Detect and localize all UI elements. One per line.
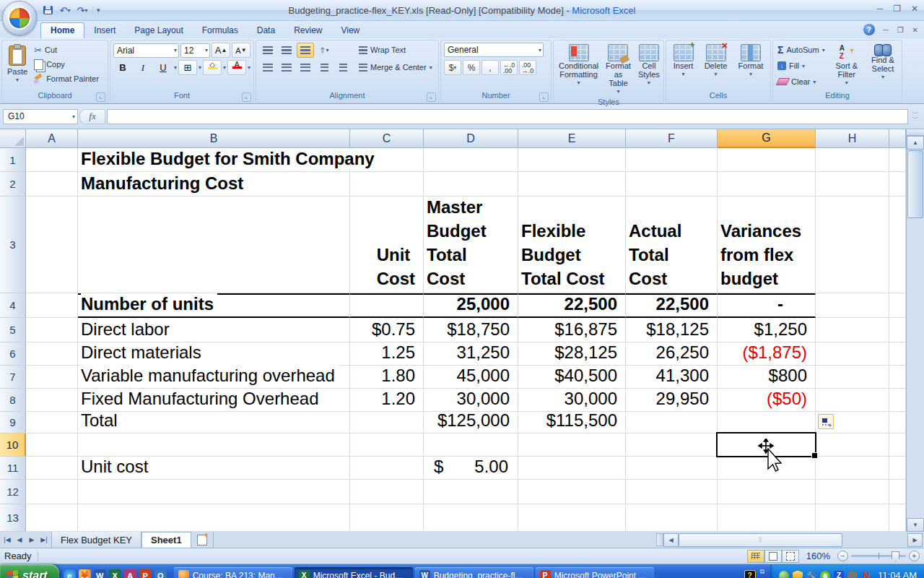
- cell-H5[interactable]: [816, 318, 889, 342]
- fill-handle[interactable]: [811, 452, 818, 459]
- excel-icon[interactable]: X: [109, 569, 121, 578]
- normal-view-button[interactable]: [747, 550, 764, 563]
- cell-x5[interactable]: [889, 318, 906, 342]
- cell-B7[interactable]: Variable manufacturing overhead: [78, 366, 350, 389]
- cell-C10[interactable]: [350, 434, 424, 457]
- shrink-font-button[interactable]: A▼: [232, 43, 250, 58]
- grow-font-button[interactable]: A▲: [212, 43, 230, 58]
- prev-sheet-button[interactable]: ◀: [14, 536, 25, 543]
- task-word[interactable]: WBudgeting_practice-fl...: [415, 567, 533, 578]
- number-format-select[interactable]: General▾: [444, 43, 544, 57]
- cell-A9[interactable]: [26, 412, 78, 434]
- column-header-E[interactable]: E: [518, 129, 626, 148]
- accounting-format-button[interactable]: $▾: [444, 60, 461, 75]
- tray-audio-icon[interactable]: [847, 571, 858, 578]
- cell-A8[interactable]: [26, 389, 78, 412]
- cell-G1[interactable]: [718, 148, 816, 172]
- column-header-C[interactable]: C: [350, 129, 424, 148]
- cell-A11[interactable]: [26, 457, 78, 480]
- merge-center-button[interactable]: Merge & Center▾: [357, 60, 434, 74]
- vertical-scroll-track[interactable]: [907, 219, 924, 518]
- cell-F2[interactable]: [626, 172, 718, 197]
- cell-G13[interactable]: [718, 504, 816, 532]
- increase-decimal-button[interactable]: ←.0.00: [500, 60, 518, 75]
- cell-E7[interactable]: $40,500: [518, 366, 626, 389]
- outlook-icon[interactable]: O: [154, 569, 167, 578]
- cell-E13[interactable]: [518, 504, 626, 532]
- bold-button[interactable]: B: [113, 60, 132, 75]
- cell-styles-button[interactable]: Cell Styles▾: [636, 43, 662, 98]
- cell-H12[interactable]: [816, 480, 889, 504]
- percent-style-button[interactable]: %: [463, 60, 480, 75]
- cell-x8[interactable]: [889, 389, 906, 412]
- font-dialog-launcher[interactable]: ⌞: [242, 92, 251, 102]
- paste-button[interactable]: Paste▾: [5, 43, 30, 91]
- office-button[interactable]: [2, 1, 37, 35]
- cell-E4[interactable]: 22,500: [518, 293, 626, 318]
- cell-F13[interactable]: [626, 504, 718, 532]
- cell-x4[interactable]: [889, 293, 906, 318]
- cell-E3[interactable]: Flexible Budget Total Cost: [518, 197, 626, 293]
- cell-x6[interactable]: [889, 342, 906, 366]
- select-all-corner[interactable]: [0, 129, 26, 148]
- font-size-select[interactable]: 12▾: [180, 43, 210, 58]
- zoom-slider-track[interactable]: [851, 555, 906, 557]
- horizontal-scroll-track[interactable]: [842, 534, 907, 546]
- cell-C8[interactable]: 1.20: [350, 389, 424, 412]
- internet-explorer-icon[interactable]: e: [64, 569, 76, 578]
- cell-B4[interactable]: Number of units: [78, 293, 350, 318]
- font-family-select[interactable]: Arial▾: [113, 43, 179, 58]
- cell-F4[interactable]: 22,500: [626, 293, 718, 318]
- copy-button[interactable]: Copy: [32, 57, 100, 72]
- tab-home[interactable]: Home: [40, 22, 84, 38]
- cell-G9[interactable]: [718, 412, 816, 434]
- cell-A4[interactable]: [26, 293, 78, 318]
- cell-E6[interactable]: $28,125: [518, 342, 626, 366]
- column-header-A[interactable]: A: [26, 129, 78, 148]
- workbook-close-button[interactable]: ✕: [912, 26, 918, 34]
- cell-E11[interactable]: [518, 457, 626, 480]
- cell-C3[interactable]: Unit Cost: [350, 197, 424, 293]
- row-header-9[interactable]: 9: [0, 412, 26, 434]
- underline-button[interactable]: U: [154, 60, 173, 75]
- tab-review[interactable]: Review: [284, 23, 331, 38]
- column-header-G[interactable]: G: [718, 129, 816, 148]
- horizontal-scroll-thumb[interactable]: ⣿: [679, 533, 842, 547]
- workbook-restore-button[interactable]: ❐: [897, 26, 904, 34]
- cell-G2[interactable]: [718, 172, 816, 197]
- hide-icons-chevron[interactable]: ⧉▾: [760, 568, 764, 578]
- row-header-8[interactable]: 8: [0, 389, 26, 412]
- cell-D10[interactable]: [424, 434, 518, 457]
- word-icon[interactable]: W: [94, 569, 106, 578]
- cell-E10[interactable]: [518, 434, 626, 457]
- task-powerpoint[interactable]: PMicrosoft PowerPoint ...: [536, 567, 654, 578]
- cell-H10[interactable]: [816, 434, 889, 457]
- comma-style-button[interactable]: ,: [481, 60, 499, 75]
- underline-dropdown[interactable]: ▾: [174, 64, 177, 71]
- row-header-5[interactable]: 5: [0, 318, 26, 342]
- firefox-icon[interactable]: 🦊: [79, 569, 91, 578]
- tray-tools-icon[interactable]: 🔧: [806, 571, 816, 578]
- format-as-table-button[interactable]: Format as Table▾: [603, 43, 633, 98]
- cell-E9[interactable]: $115,500: [518, 412, 626, 434]
- cell-A13[interactable]: [26, 504, 78, 532]
- align-left-button[interactable]: [259, 60, 276, 75]
- page-break-view-button[interactable]: [782, 550, 799, 563]
- cell-C6[interactable]: 1.25: [350, 342, 424, 366]
- cell-C12[interactable]: [350, 480, 424, 504]
- cell-C11[interactable]: [350, 457, 424, 480]
- cell-H2[interactable]: [816, 172, 889, 197]
- restore-button[interactable]: ❐: [893, 4, 901, 14]
- row-header-11[interactable]: 11: [0, 457, 26, 480]
- delete-cells-button[interactable]: Delete▾: [702, 43, 730, 91]
- borders-dropdown[interactable]: ▾: [199, 64, 201, 71]
- find-select-button[interactable]: Find & Select▾: [867, 43, 899, 91]
- cell-B1[interactable]: Flexible Budget for Smith Company: [78, 148, 350, 172]
- align-right-button[interactable]: [297, 60, 314, 75]
- cell-B12[interactable]: [78, 480, 350, 504]
- zoom-slider-thumb[interactable]: [892, 551, 899, 562]
- cell-D3[interactable]: Master Budget Total Cost: [424, 197, 518, 293]
- close-button[interactable]: ✕: [911, 4, 918, 14]
- cell-B9[interactable]: Total: [78, 412, 350, 434]
- borders-button[interactable]: ⊞: [178, 60, 197, 75]
